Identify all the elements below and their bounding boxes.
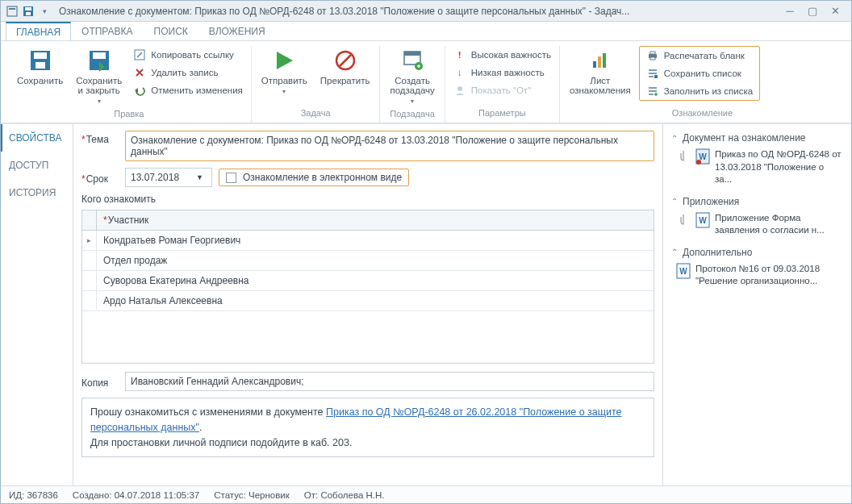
close-button[interactable]: ✕	[824, 5, 846, 17]
list-save-icon	[646, 67, 659, 80]
tab-properties[interactable]: СВОЙСТВА	[1, 124, 73, 152]
undo-icon	[133, 84, 146, 97]
clip-icon	[676, 212, 691, 228]
ribbon-tabs: ГЛАВНАЯ ОТПРАВКА ПОИСК ВЛОЖЕНИЯ	[1, 22, 851, 41]
print-blank-button[interactable]: Распечатать бланк	[643, 48, 756, 63]
tab-send[interactable]: ОТПРАВКА	[71, 22, 144, 40]
status-status: Статус: Черновик	[214, 490, 290, 500]
tab-attachments[interactable]: ВЛОЖЕНИЯ	[198, 22, 276, 40]
left-tabs: СВОЙСТВА ДОСТУП ИСТОРИЯ	[1, 124, 73, 485]
copy-input[interactable]: Ивановский Геннадий Александрович;	[125, 372, 654, 391]
svg-line-15	[340, 55, 351, 66]
chevron-down-icon[interactable]: ▼	[193, 173, 207, 181]
svg-rect-20	[593, 61, 596, 68]
svg-rect-25	[650, 57, 655, 60]
table-row[interactable]: Суворова Екатерина Андреевна	[82, 271, 654, 291]
user-icon	[453, 84, 466, 97]
row-expand-icon[interactable]: ▸	[82, 231, 97, 250]
chevron-down-icon: ▾	[98, 98, 101, 105]
svg-rect-9	[93, 52, 106, 59]
collapse-icon[interactable]: ⌃	[671, 248, 678, 256]
high-priority-button[interactable]: !Высокая важность	[450, 48, 554, 62]
electronic-label: Ознакомление в электронном виде	[243, 172, 402, 183]
status-created: Создано: 04.07.2018 11:05:37	[73, 490, 199, 500]
svg-text:W: W	[699, 152, 707, 161]
save-icon[interactable]	[22, 5, 35, 18]
copy-link-button[interactable]: Копировать ссылку	[130, 48, 246, 62]
stop-button[interactable]: Прекратить	[315, 46, 375, 87]
checkbox-icon[interactable]	[226, 173, 236, 183]
collapse-icon[interactable]: ⌃	[671, 134, 678, 143]
svg-rect-17	[404, 52, 420, 56]
excl-red-icon: !	[453, 48, 466, 61]
tab-access[interactable]: ДОСТУП	[1, 152, 73, 179]
save-list-button[interactable]: Сохранить список	[643, 66, 756, 81]
chevron-down-icon: ▾	[282, 88, 286, 95]
create-subtask-button[interactable]: Создать подзадачу ▾	[385, 46, 439, 106]
collapse-icon[interactable]: ⌃	[671, 197, 678, 206]
floppy-arrow-icon	[86, 48, 112, 73]
chevron-down-icon: ▾	[411, 98, 414, 105]
fill-list-button[interactable]: Заполнить из списка	[643, 84, 756, 98]
right-panel: ⌃Документ на ознакомление W Приказ по ОД…	[662, 124, 851, 485]
table-row[interactable]: Ардо Наталья Алексеевна	[82, 291, 654, 311]
attach-item[interactable]: W Приложение Форма заявления о согласии …	[671, 212, 843, 237]
arrow-down-icon: ↓	[453, 66, 466, 79]
delete-icon	[133, 66, 146, 79]
table-row[interactable]: Отдел продаж	[82, 251, 654, 271]
list-plus-icon	[646, 85, 659, 98]
copy-label: Копия	[81, 374, 119, 389]
svg-marker-13	[277, 52, 293, 69]
ack-sheet-button[interactable]: Лист ознакомления	[565, 46, 636, 97]
maximize-button[interactable]: ▢	[801, 5, 824, 17]
svg-rect-26	[654, 75, 658, 78]
deadline-input[interactable]: 13.07.2018 ▼	[125, 168, 212, 187]
participants-grid[interactable]: *Участник ▸Кондратьев Роман Георгиевич О…	[81, 210, 654, 364]
save-close-button[interactable]: Сохранить и закрыть ▾	[71, 46, 127, 106]
send-button[interactable]: Отправить ▾	[257, 46, 312, 97]
svg-rect-0	[7, 6, 17, 16]
svg-rect-6	[34, 52, 47, 59]
tab-history[interactable]: ИСТОРИЯ	[1, 179, 73, 206]
main-form: *Тема Ознакомление с документом: Приказ …	[73, 124, 662, 485]
svg-text:W: W	[699, 216, 707, 225]
chart-icon	[587, 48, 613, 73]
svg-rect-3	[25, 7, 31, 10]
svg-rect-24	[650, 52, 655, 54]
save-button[interactable]: Сохранить	[12, 46, 68, 87]
attach-section-title: ⌃Приложения	[671, 196, 843, 207]
electronic-checkbox-wrap[interactable]: Ознакомление в электронном виде	[219, 169, 409, 186]
undo-button[interactable]: Отменить изменения	[130, 83, 246, 98]
theme-input[interactable]: Ознакомление с документом: Приказ по ОД …	[125, 131, 654, 161]
low-priority-button[interactable]: ↓Низкая важность	[450, 65, 554, 80]
svg-rect-1	[9, 8, 15, 10]
subtask-icon	[399, 48, 425, 73]
notes-box[interactable]: Прошу ознакомиться с изменениями в докум…	[81, 398, 654, 457]
tab-main[interactable]: ГЛАВНАЯ	[6, 22, 71, 40]
svg-rect-7	[36, 62, 45, 69]
app-icon	[6, 5, 19, 18]
stop-icon	[332, 48, 358, 73]
theme-label: *Тема	[81, 131, 119, 145]
ribbon-group-ack: Лист ознакомления Распечатать бланк Сохр…	[560, 46, 845, 123]
word-icon: W	[695, 212, 710, 228]
extra-item[interactable]: W Протокол №16 от 09.03.2018 "Решение ор…	[671, 263, 843, 288]
ribbon-caption-params: Параметры	[450, 106, 554, 122]
body: СВОЙСТВА ДОСТУП ИСТОРИЯ *Тема Ознакомлен…	[1, 123, 851, 485]
floppy-icon	[27, 48, 53, 73]
link-icon	[133, 48, 146, 61]
table-row[interactable]: ▸Кондратьев Роман Георгиевич	[82, 231, 654, 251]
svg-rect-22	[603, 53, 606, 68]
word-icon: W	[676, 263, 691, 279]
svg-rect-21	[598, 56, 601, 68]
app-window: ▾ Ознакомление с документом: Приказ по О…	[0, 0, 852, 504]
dropdown-icon[interactable]: ▾	[38, 5, 51, 18]
titlebar: ▾ Ознакомление с документом: Приказ по О…	[1, 1, 851, 22]
doc-item[interactable]: W Приказ по ОД №ОРД-6248 от 13.03.2018 "…	[671, 148, 843, 186]
play-icon	[271, 48, 297, 73]
ribbon-caption-task: Задача	[257, 106, 375, 122]
minimize-button[interactable]: ─	[779, 5, 801, 17]
tab-search[interactable]: ПОИСК	[144, 22, 198, 40]
ribbon-caption-ack: Ознакомление	[565, 106, 840, 122]
delete-button[interactable]: Удалить запись	[130, 65, 246, 80]
